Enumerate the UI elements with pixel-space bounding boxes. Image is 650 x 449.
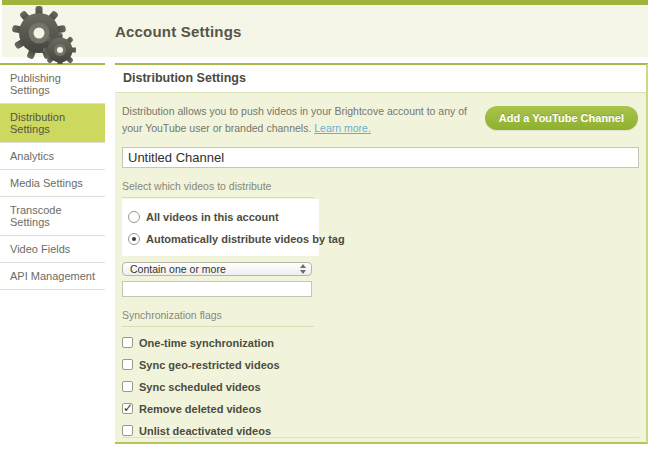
radio-all-videos[interactable]: All videos in this account: [128, 206, 313, 228]
checkbox-unlist-deactivated[interactable]: Unlist deactivated videos: [122, 425, 639, 437]
radio-label: All videos in this account: [146, 211, 279, 223]
panel-title: Distribution Settings: [115, 65, 646, 93]
sidebar-item-api-management[interactable]: API Management: [0, 263, 105, 290]
checkbox-label: Sync scheduled videos: [139, 381, 261, 393]
radio-distribute-by-tag[interactable]: Automatically distribute videos by tag: [128, 228, 313, 250]
checkbox-label: Remove deleted videos: [139, 403, 261, 415]
gears-icon: [12, 6, 76, 64]
checkbox-label: One-time synchronization: [139, 337, 274, 349]
radio-label: Automatically distribute videos by tag: [146, 233, 345, 245]
learn-more-link[interactable]: Learn more.: [314, 122, 371, 134]
checkbox-label: Unlist deactivated videos: [139, 425, 271, 437]
checkbox-remove-deleted[interactable]: Remove deleted videos: [122, 403, 639, 415]
add-youtube-channel-button[interactable]: Add a YouTube Channel: [485, 106, 638, 130]
sync-section-label: Synchronization flags: [122, 309, 314, 327]
panel-content: Distribution allows you to push videos i…: [115, 93, 646, 442]
distribute-options-box: All videos in this account Automatically…: [122, 199, 319, 256]
checkbox-icon[interactable]: [122, 337, 133, 348]
radio-icon[interactable]: [128, 233, 140, 245]
checkbox-icon[interactable]: [122, 403, 133, 414]
checkbox-icon[interactable]: [122, 359, 133, 370]
page-title: Account Settings: [115, 23, 242, 40]
checkbox-sync-scheduled[interactable]: Sync scheduled videos: [122, 381, 639, 393]
checkbox-sync-geo-restricted[interactable]: Sync geo-restricted videos: [122, 359, 639, 371]
app-header: Account Settings: [2, 5, 648, 57]
checkbox-label: Sync geo-restricted videos: [139, 359, 280, 371]
distribution-settings-panel: Distribution Settings Distribution allow…: [115, 63, 648, 444]
radio-icon[interactable]: [128, 211, 140, 223]
intro-sentence: Distribution allows you to push videos i…: [122, 105, 467, 134]
distribute-section-label: Select which videos to distribute: [122, 180, 314, 198]
sidebar-item-analytics[interactable]: Analytics: [0, 143, 105, 170]
form-footer: Add Channel or Cancel: [122, 437, 639, 442]
tag-match-select[interactable]: Contain one or more: [122, 262, 312, 276]
tag-match-select-value: Contain one or more: [130, 263, 299, 275]
sidebar-item-distribution-settings[interactable]: Distribution Settings: [0, 104, 105, 143]
checkbox-icon[interactable]: [122, 425, 133, 436]
sidebar-item-video-fields[interactable]: Video Fields: [0, 236, 105, 263]
sidebar: Publishing Settings Distribution Setting…: [0, 63, 105, 290]
sidebar-item-transcode-settings[interactable]: Transcode Settings: [0, 197, 105, 236]
sidebar-item-media-settings[interactable]: Media Settings: [0, 170, 105, 197]
select-stepper-icon: [299, 264, 307, 274]
tag-input[interactable]: [122, 281, 312, 297]
channel-name-input[interactable]: [122, 147, 639, 168]
sidebar-item-publishing-settings[interactable]: Publishing Settings: [0, 65, 105, 104]
page: Account Settings Publishing Settings Dis…: [0, 0, 650, 449]
checkbox-icon[interactable]: [122, 381, 133, 392]
intro-text: Distribution allows you to push videos i…: [122, 103, 470, 138]
body: Publishing Settings Distribution Setting…: [0, 63, 650, 449]
checkbox-one-time-sync[interactable]: One-time synchronization: [122, 337, 639, 349]
